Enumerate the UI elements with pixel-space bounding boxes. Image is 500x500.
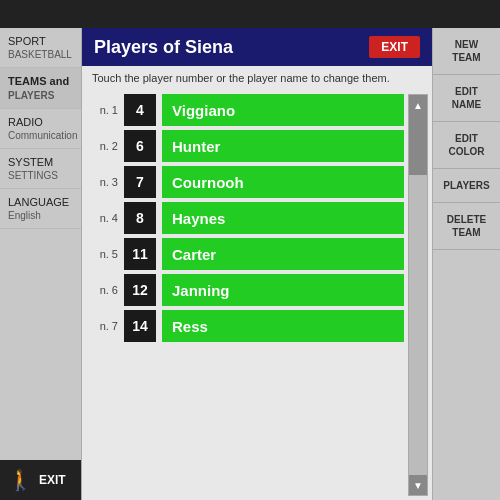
- right-btn-edit-color[interactable]: EDIT COLOR: [433, 122, 500, 169]
- player-name[interactable]: Ress: [162, 310, 404, 342]
- scroll-bar: ▲ ▼: [408, 94, 428, 496]
- right-btn-delete-team[interactable]: DELETE TEAM: [433, 203, 500, 250]
- player-number[interactable]: 8: [124, 202, 156, 234]
- exit-run-icon: 🚶: [8, 468, 33, 492]
- right-btn-edit-name[interactable]: EDIT NAME: [433, 75, 500, 122]
- player-number[interactable]: 4: [124, 94, 156, 126]
- instruction-text: Touch the player number or the player na…: [82, 66, 432, 90]
- player-number[interactable]: 11: [124, 238, 156, 270]
- sidebar-exit-button[interactable]: 🚶 EXIT: [0, 460, 81, 500]
- player-position-label: n. 4: [90, 212, 118, 224]
- players-list: n. 14Viggianon. 26Huntern. 37Cournoohn. …: [90, 94, 408, 496]
- right-btn-new-team[interactable]: NEW TEAM: [433, 28, 500, 75]
- player-row[interactable]: n. 612Janning: [90, 274, 404, 306]
- page-title: Players of Siena: [94, 37, 233, 58]
- player-number[interactable]: 6: [124, 130, 156, 162]
- scroll-up-button[interactable]: ▲: [409, 95, 427, 115]
- player-name[interactable]: Hunter: [162, 130, 404, 162]
- content-header: Players of Siena EXIT: [82, 28, 432, 66]
- players-list-area: n. 14Viggianon. 26Huntern. 37Cournoohn. …: [82, 90, 432, 500]
- scroll-down-button[interactable]: ▼: [409, 475, 427, 495]
- sidebar-item-teams-players[interactable]: TEAMS and PLAYERS: [0, 68, 81, 108]
- player-row[interactable]: n. 14Viggiano: [90, 94, 404, 126]
- player-position-label: n. 2: [90, 140, 118, 152]
- sidebar-item-sport[interactable]: SPORT BASKETBALL: [0, 28, 81, 68]
- player-row[interactable]: n. 26Hunter: [90, 130, 404, 162]
- player-name[interactable]: Viggiano: [162, 94, 404, 126]
- player-position-label: n. 5: [90, 248, 118, 260]
- sidebar-item-radio[interactable]: RADIO Communication: [0, 109, 81, 149]
- player-row[interactable]: n. 714Ress: [90, 310, 404, 342]
- player-number[interactable]: 12: [124, 274, 156, 306]
- player-row[interactable]: n. 37Cournooh: [90, 166, 404, 198]
- center-content: Players of Siena EXIT Touch the player n…: [82, 28, 432, 500]
- player-row[interactable]: n. 48Haynes: [90, 202, 404, 234]
- right-sidebar: NEW TEAMEDIT NAMEEDIT COLORPLAYERSDELETE…: [432, 28, 500, 500]
- player-name[interactable]: Janning: [162, 274, 404, 306]
- scroll-track: [409, 115, 427, 475]
- sidebar-item-language[interactable]: LANGUAGE English: [0, 189, 81, 229]
- player-number[interactable]: 7: [124, 166, 156, 198]
- header-exit-button[interactable]: EXIT: [369, 36, 420, 58]
- sidebar-item-system[interactable]: SYSTEM SETTINGS: [0, 149, 81, 189]
- player-number[interactable]: 14: [124, 310, 156, 342]
- player-position-label: n. 1: [90, 104, 118, 116]
- player-row[interactable]: n. 511Carter: [90, 238, 404, 270]
- player-position-label: n. 7: [90, 320, 118, 332]
- scroll-thumb[interactable]: [409, 115, 427, 175]
- main-layout: SPORT BASKETBALL TEAMS and PLAYERS RADIO…: [0, 28, 500, 500]
- top-bar: [0, 0, 500, 28]
- player-name[interactable]: Haynes: [162, 202, 404, 234]
- player-name[interactable]: Carter: [162, 238, 404, 270]
- right-btn-players[interactable]: PLAYERS: [433, 169, 500, 203]
- left-sidebar: SPORT BASKETBALL TEAMS and PLAYERS RADIO…: [0, 28, 82, 500]
- player-position-label: n. 6: [90, 284, 118, 296]
- player-position-label: n. 3: [90, 176, 118, 188]
- player-name[interactable]: Cournooh: [162, 166, 404, 198]
